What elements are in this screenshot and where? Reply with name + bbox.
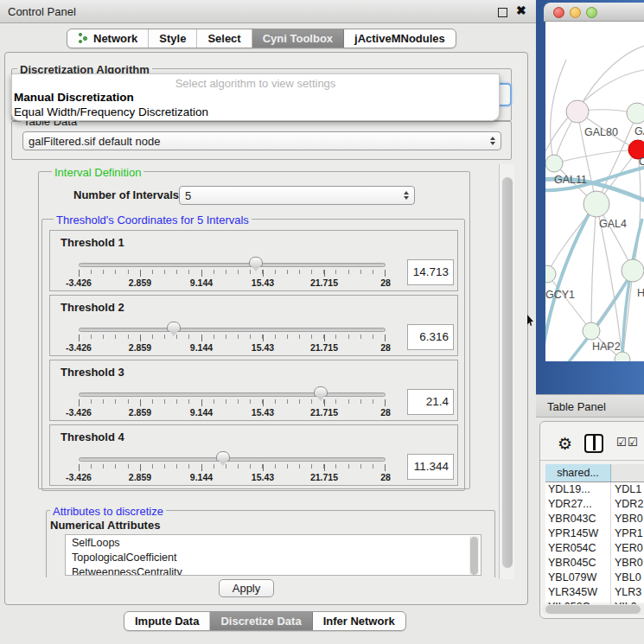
slider-thumb[interactable] (167, 322, 181, 332)
node-gal4[interactable] (583, 191, 609, 217)
tab-cyni-toolbox[interactable]: Cyni Toolbox (252, 29, 344, 48)
table-row[interactable]: YDR27...YDR2 (545, 497, 644, 512)
node-right[interactable] (622, 259, 644, 282)
tab-discretize-data[interactable]: Discretize Data (210, 612, 312, 630)
node-gcy1[interactable] (545, 265, 556, 283)
scrollbar-thumb[interactable] (502, 177, 513, 568)
slider-ticks (79, 399, 386, 406)
threshold-1-slider[interactable]: -3.4262.8599.14415.4321.71528 (79, 257, 386, 288)
node-label-gcy1: GCY1 (545, 289, 575, 301)
network-canvas[interactable]: GAL80 GA C GAL11 GAL4 GCY1 H HAP2 (545, 22, 644, 361)
tab-style[interactable]: Style (149, 29, 197, 48)
gear-icon[interactable]: ⚙ (558, 434, 572, 454)
scrollbar-thumb[interactable] (545, 605, 641, 614)
threshold-2-panel: Threshold 2 -3.4262.8599.14415.4321.7152… (49, 295, 458, 356)
column-header-shared-name[interactable]: shared... (545, 464, 611, 481)
slider-ticks (79, 270, 386, 277)
close-traffic-light[interactable] (553, 7, 564, 18)
thresholds-group-label: Threshold's Coordinates for 5 Intervals (54, 214, 252, 226)
node-label-gal80: GAL80 (584, 126, 618, 138)
table-row[interactable]: YBR043CYBR0 (545, 512, 644, 526)
table-horizontal-scrollbar[interactable] (542, 604, 644, 615)
table-panel-card: ⚙ ☑ ☑ shared... n YDL19...YDL1 YDR27...Y… (539, 421, 644, 619)
combo-arrows-icon (490, 132, 495, 150)
tab-label: Network (93, 32, 137, 45)
network-window-titlebar[interactable] (544, 3, 644, 22)
node-label-partial-h: H (637, 287, 644, 299)
tab-jactivemnodules[interactable]: jActiveMNodules (344, 29, 456, 48)
toolbar-divider (540, 460, 644, 461)
slider-thumb[interactable] (314, 386, 328, 397)
node-bottom[interactable] (615, 352, 630, 361)
option-equal-width-frequency[interactable]: Equal Width/Frequency Discretization (14, 105, 208, 118)
tab-impute-data[interactable]: Impute Data (124, 612, 210, 630)
slider-tick-labels: -3.4262.8599.14415.4321.71528 (79, 342, 386, 353)
node-hap2[interactable] (583, 322, 600, 340)
threshold-3-slider[interactable]: -3.4262.8599.14415.4321.71528 (79, 386, 386, 418)
slider-tick-labels: -3.4262.8599.14415.4321.71528 (79, 407, 386, 418)
interval-definition-label: Interval Definition (52, 166, 143, 179)
threshold-2-label: Threshold 2 (61, 301, 124, 314)
settings-scroll-area: Interval Definition Number of Intervals … (35, 163, 498, 577)
slider-track[interactable] (79, 392, 386, 397)
network-icon (78, 33, 89, 44)
list-item[interactable]: BetweennessCentrality (66, 564, 481, 576)
float-window-icon[interactable] (498, 8, 507, 17)
table-data-combobox-value: galFiltered.sif default node (29, 135, 160, 148)
threshold-2-value-field[interactable]: 6.316 (407, 324, 454, 350)
slider-track[interactable] (79, 328, 386, 332)
threshold-4-slider[interactable]: -3.4262.8599.14415.4321.71528 (79, 451, 386, 482)
node-label-partial-c: C (639, 156, 644, 168)
slider-tick-labels: -3.4262.8599.14415.4321.71528 (79, 277, 386, 288)
column-layout-icon[interactable] (584, 434, 603, 453)
table-row[interactable]: YBR045CYBR0 (545, 556, 644, 571)
checkbox-icon[interactable]: ☑ (628, 436, 638, 449)
close-icon[interactable]: ✖ (516, 3, 526, 17)
node-label-hap2: HAP2 (592, 341, 621, 353)
table-row[interactable]: YDL19...YDL1 (545, 482, 644, 497)
node-gal80[interactable] (566, 100, 589, 123)
column-header-name[interactable]: n (611, 464, 644, 481)
slider-track[interactable] (79, 263, 386, 267)
checkbox-icon[interactable]: ☑ (616, 436, 627, 449)
list-item[interactable]: SelfLoops (66, 535, 481, 550)
top-tab-bar: Network Style Select Cyni Toolbox jActiv… (67, 29, 456, 48)
dropdown-placeholder: Select algorithm to view settings (12, 77, 499, 90)
tab-network[interactable]: Network (67, 29, 149, 48)
settings-vertical-scrollbar[interactable] (499, 164, 514, 579)
table-row[interactable]: YBL079WYBL0 (545, 571, 644, 585)
number-of-intervals-combobox[interactable]: 5 (179, 186, 415, 205)
node-label-gal11: GAL11 (554, 174, 587, 186)
maximize-traffic-light[interactable] (586, 7, 597, 18)
slider-thumb[interactable] (216, 451, 230, 462)
node-top-right[interactable] (627, 103, 644, 124)
threshold-2-slider[interactable]: -3.4262.8599.14415.4321.71528 (79, 322, 386, 353)
network-graph: GAL80 GA C GAL11 GAL4 GCY1 H HAP2 (545, 22, 644, 361)
threshold-4-value-field[interactable]: 11.344 (407, 454, 454, 480)
slider-track[interactable] (79, 457, 386, 462)
list-item[interactable]: TopologicalCoefficient (66, 550, 481, 564)
slider-tick-labels: -3.4262.8599.14415.4321.71528 (79, 472, 386, 482)
table-row[interactable]: YER054CYER0 (545, 541, 644, 556)
table-row[interactable]: YLR345WYLR3 (545, 585, 644, 600)
numerical-attributes-list: SelfLoops TopologicalCoefficient Between… (65, 534, 481, 576)
table-header-row: shared... n (545, 464, 644, 482)
list-scrollbar[interactable] (469, 536, 479, 574)
slider-thumb[interactable] (249, 257, 263, 267)
threshold-3-value-field[interactable]: 21.4 (407, 389, 454, 415)
table-data-combobox[interactable]: galFiltered.sif default node (22, 131, 501, 150)
option-manual-discretization[interactable]: Manual Discretization (14, 91, 134, 104)
attributes-group-label: Attributes to discretize (50, 505, 166, 518)
node-gal11[interactable] (545, 155, 563, 172)
tab-select[interactable]: Select (197, 29, 252, 48)
table-row[interactable]: YPR145WYPR1 (545, 526, 644, 541)
node-attribute-table: shared... n YDL19...YDL1 YDR27...YDR2 YB… (545, 464, 644, 603)
slider-ticks (79, 335, 386, 341)
tab-infer-network[interactable]: Infer Network (313, 612, 405, 630)
threshold-1-value-field[interactable]: 14.713 (407, 259, 454, 285)
minimize-traffic-light[interactable] (570, 7, 581, 18)
table-panel-header: Table Panel (536, 394, 644, 418)
threshold-1-panel: Threshold 1 -3.4262.8599.14415.4321.7152… (49, 230, 458, 291)
node-label-gal4: GAL4 (599, 218, 627, 230)
apply-button[interactable]: Apply (219, 579, 274, 597)
